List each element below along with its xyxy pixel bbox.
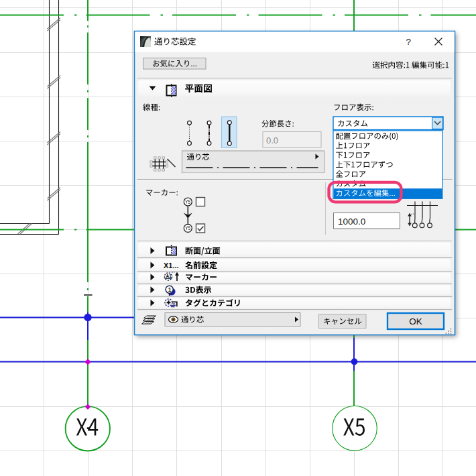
svg-text:?: ? <box>406 37 412 47</box>
svg-text:A1: A1 <box>166 274 172 278</box>
svg-text:X1...: X1... <box>164 261 179 270</box>
svg-text:OK: OK <box>409 316 422 326</box>
svg-text:1000.0: 1000.0 <box>338 217 365 227</box>
svg-text:0.0: 0.0 <box>266 135 278 145</box>
svg-text:1: 1 <box>168 286 172 293</box>
